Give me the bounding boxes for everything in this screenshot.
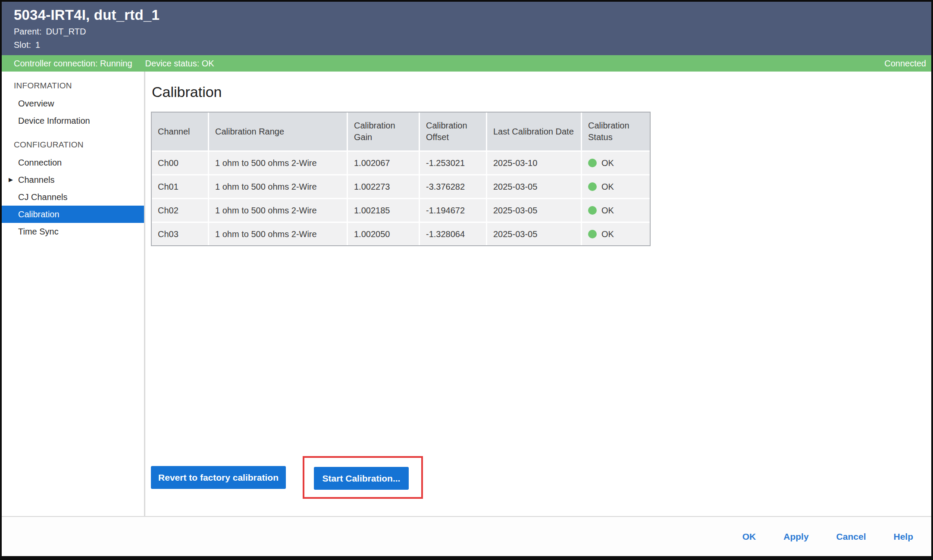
cell-offset: -1.194672 bbox=[419, 198, 486, 222]
cell-date: 2025-03-05 bbox=[486, 198, 581, 222]
sidebar-item-label: Time Sync bbox=[18, 227, 59, 236]
cell-channel: Ch02 bbox=[152, 198, 208, 222]
main-panel: Calibration Channel Calibration Range Ca… bbox=[145, 72, 931, 516]
column-header-channel: Channel bbox=[152, 113, 208, 150]
cell-range: 1 ohm to 500 ohms 2-Wire bbox=[208, 174, 347, 198]
table-row[interactable]: Ch02 1 ohm to 500 ohms 2-Wire 1.002185 -… bbox=[152, 198, 650, 222]
cell-status: OK bbox=[581, 150, 650, 174]
cell-range: 1 ohm to 500 ohms 2-Wire bbox=[208, 198, 347, 222]
device-title: 5034-IRT4I, dut_rtd_1 bbox=[14, 6, 931, 24]
sidebar-section-configuration: CONFIGURATION bbox=[2, 136, 144, 154]
slot-line: Slot:1 bbox=[14, 39, 931, 50]
sidebar-item-label: Connection bbox=[18, 158, 62, 167]
table-row[interactable]: Ch03 1 ohm to 500 ohms 2-Wire 1.002050 -… bbox=[152, 222, 650, 245]
device-configuration-window: 5034-IRT4I, dut_rtd_1 Parent:DUT_RTD Slo… bbox=[0, 0, 933, 560]
cell-date: 2025-03-05 bbox=[486, 222, 581, 245]
apply-button[interactable]: Apply bbox=[783, 532, 808, 542]
cell-gain: 1.002067 bbox=[347, 150, 419, 174]
cell-gain: 1.002050 bbox=[347, 222, 419, 245]
sidebar-item-channels[interactable]: ▶ Channels bbox=[2, 171, 144, 188]
column-header-calibration-range: Calibration Range bbox=[208, 113, 347, 150]
cell-date: 2025-03-05 bbox=[486, 174, 581, 198]
cell-offset: -1.253021 bbox=[419, 150, 486, 174]
cell-channel: Ch03 bbox=[152, 222, 208, 245]
ok-button[interactable]: OK bbox=[742, 532, 756, 542]
status-badge: OK bbox=[601, 229, 614, 239]
sidebar-item-label: Channels bbox=[18, 175, 55, 185]
sidebar-section-information: INFORMATION bbox=[2, 77, 144, 95]
status-bar: Controller connection: Running Device st… bbox=[2, 55, 931, 72]
sidebar-item-overview[interactable]: Overview bbox=[2, 95, 144, 112]
table-row[interactable]: Ch00 1 ohm to 500 ohms 2-Wire 1.002067 -… bbox=[152, 150, 650, 174]
status-ok-dot-icon bbox=[588, 206, 597, 215]
column-header-calibration-status: Calibration Status bbox=[581, 113, 650, 150]
page-heading: Calibration bbox=[152, 84, 931, 100]
connected-status: Connected bbox=[884, 59, 926, 69]
parent-line: Parent:DUT_RTD bbox=[14, 26, 931, 37]
sidebar-item-connection[interactable]: Connection bbox=[2, 154, 144, 171]
cell-gain: 1.002185 bbox=[347, 198, 419, 222]
status-ok-dot-icon bbox=[588, 182, 597, 191]
cell-range: 1 ohm to 500 ohms 2-Wire bbox=[208, 222, 347, 245]
cell-status: OK bbox=[581, 198, 650, 222]
device-status: Device status: OK bbox=[145, 59, 214, 69]
cell-status: OK bbox=[581, 174, 650, 198]
parent-label: Parent: bbox=[14, 27, 41, 36]
calibration-table: Channel Calibration Range Calibration Ga… bbox=[151, 112, 651, 246]
controller-connection-status: Controller connection: Running bbox=[14, 59, 132, 69]
status-ok-dot-icon bbox=[588, 159, 597, 167]
sidebar-item-device-information[interactable]: Device Information bbox=[2, 112, 144, 129]
status-badge: OK bbox=[601, 182, 614, 192]
sidebar-item-cj-channels[interactable]: CJ Channels bbox=[2, 188, 144, 206]
cell-offset: -1.328064 bbox=[419, 222, 486, 245]
status-badge: OK bbox=[601, 206, 614, 216]
cell-channel: Ch00 bbox=[152, 150, 208, 174]
content-area: INFORMATION Overview Device Information … bbox=[2, 72, 931, 516]
action-buttons-row: Revert to factory calibration Start Cali… bbox=[151, 456, 423, 499]
titlebar: 5034-IRT4I, dut_rtd_1 Parent:DUT_RTD Slo… bbox=[2, 2, 931, 55]
cell-date: 2025-03-10 bbox=[486, 150, 581, 174]
annotation-highlight-box: Start Calibration... bbox=[303, 456, 423, 499]
sidebar-item-label: CJ Channels bbox=[18, 192, 68, 202]
slot-value: 1 bbox=[35, 40, 40, 50]
status-badge: OK bbox=[601, 158, 614, 168]
table-row[interactable]: Ch01 1 ohm to 500 ohms 2-Wire 1.002273 -… bbox=[152, 174, 650, 198]
cell-range: 1 ohm to 500 ohms 2-Wire bbox=[208, 150, 347, 174]
column-header-calibration-gain: Calibration Gain bbox=[347, 113, 419, 150]
sidebar: INFORMATION Overview Device Information … bbox=[2, 72, 145, 516]
column-header-last-calibration-date: Last Calibration Date bbox=[486, 113, 581, 150]
sidebar-item-label: Overview bbox=[18, 99, 54, 108]
cell-status: OK bbox=[581, 222, 650, 245]
sidebar-item-calibration[interactable]: Calibration bbox=[2, 206, 144, 223]
sidebar-item-label: Device Information bbox=[18, 116, 90, 125]
expander-right-icon[interactable]: ▶ bbox=[9, 171, 13, 188]
sidebar-item-time-sync[interactable]: Time Sync bbox=[2, 223, 144, 240]
cell-channel: Ch01 bbox=[152, 174, 208, 198]
cancel-button[interactable]: Cancel bbox=[836, 532, 866, 542]
footer-bar: OK Apply Cancel Help bbox=[2, 516, 931, 556]
cell-gain: 1.002273 bbox=[347, 174, 419, 198]
cell-offset: -3.376282 bbox=[419, 174, 486, 198]
slot-label: Slot: bbox=[14, 40, 31, 50]
parent-value: DUT_RTD bbox=[46, 27, 86, 36]
status-ok-dot-icon bbox=[588, 230, 597, 238]
revert-factory-calibration-button[interactable]: Revert to factory calibration bbox=[151, 466, 286, 489]
start-calibration-button[interactable]: Start Calibration... bbox=[314, 467, 409, 490]
table-header-row: Channel Calibration Range Calibration Ga… bbox=[152, 113, 650, 150]
column-header-calibration-offset: Calibration Offset bbox=[419, 113, 486, 150]
help-button[interactable]: Help bbox=[893, 532, 913, 542]
sidebar-item-label: Calibration bbox=[18, 210, 59, 219]
